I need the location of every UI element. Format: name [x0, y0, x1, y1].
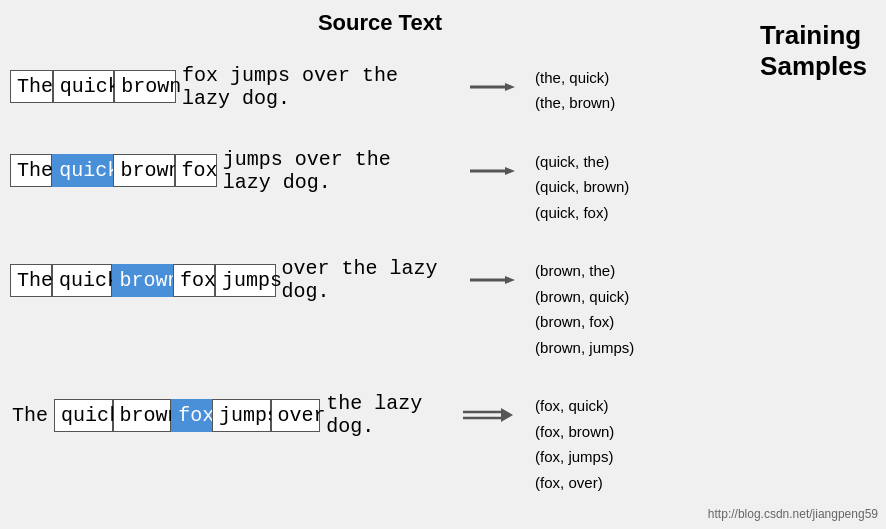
row-2: Thequickbrownfoxjumps over the lazy dog.…: [10, 144, 750, 226]
training-title: Training Samples: [760, 20, 876, 82]
row4-samples: (fox, quick) (fox, brown) (fox, jumps) (…: [530, 388, 750, 495]
row-4: Thequickbrownfoxjumpsoverthe lazy dog. (…: [10, 388, 750, 495]
sample-item: (fox, brown): [535, 419, 750, 445]
row1-samples: (the, quick) (the, brown): [530, 60, 750, 116]
word-box-highlight: fox: [171, 399, 212, 432]
word-box: jumps: [212, 399, 271, 432]
arrow-svg: [470, 165, 515, 177]
arrow-single-2: [470, 165, 515, 177]
row1-left: Thequickbrownfox jumps over the lazy dog…: [10, 60, 530, 114]
svg-marker-1: [505, 83, 515, 91]
word-box-highlight: brown: [112, 264, 173, 297]
row-1: Thequickbrownfox jumps over the lazy dog…: [10, 60, 750, 116]
sample-item: (quick, fox): [535, 200, 750, 226]
word-box: The: [10, 154, 52, 187]
row-3: Thequickbrownfoxjumpsover the lazy dog. …: [10, 253, 750, 360]
plain-word: the lazy dog.: [320, 388, 448, 442]
arrow-svg: [470, 274, 515, 286]
row4-left: Thequickbrownfoxjumpsoverthe lazy dog.: [10, 388, 530, 442]
sample-item: (the, quick): [535, 65, 750, 91]
svg-marker-5: [505, 276, 515, 284]
row1-sentence: Thequickbrownfox jumps over the lazy dog…: [10, 60, 455, 114]
arrow-single-1: [470, 81, 515, 93]
row3-sentence: Thequickbrownfoxjumpsover the lazy dog.: [10, 253, 455, 307]
row2-sentence: Thequickbrownfoxjumps over the lazy dog.: [10, 144, 455, 198]
left-panel: Source Text Thequickbrownfox jumps over …: [0, 10, 760, 519]
word-box: quick: [54, 399, 113, 432]
plain-word: jumps over the lazy dog.: [217, 144, 455, 198]
sample-item: (quick, brown): [535, 174, 750, 200]
sample-item: (brown, the): [535, 258, 750, 284]
word-box: jumps: [215, 264, 276, 297]
sample-item: (fox, jumps): [535, 444, 750, 470]
svg-marker-3: [505, 167, 515, 175]
plain-word: over the lazy dog.: [276, 253, 456, 307]
sample-item: (brown, quick): [535, 284, 750, 310]
word-box: fox: [175, 154, 217, 187]
word-box-highlight: quick: [52, 154, 113, 187]
sample-item: (fox, over): [535, 470, 750, 496]
word-box: The: [10, 70, 53, 103]
word-box: quick: [52, 264, 113, 297]
watermark: http://blog.csdn.net/jiangpeng59: [708, 507, 878, 521]
sample-item: (brown, fox): [535, 309, 750, 335]
row3-samples: (brown, the) (brown, quick) (brown, fox)…: [530, 253, 750, 360]
word-box: The: [10, 264, 52, 297]
svg-marker-8: [501, 408, 513, 422]
right-panel: Training Samples: [760, 10, 886, 519]
rows-area: Thequickbrownfox jumps over the lazy dog…: [10, 46, 750, 519]
arrow-double-4: [463, 407, 515, 423]
word-box: brown: [114, 70, 176, 103]
row4-sentence: Thequickbrownfoxjumpsoverthe lazy dog.: [10, 388, 448, 442]
plain-word: fox jumps over the lazy dog.: [176, 60, 455, 114]
arrow-svg: [470, 81, 515, 93]
word-box: quick: [53, 70, 115, 103]
row2-left: Thequickbrownfoxjumps over the lazy dog.: [10, 144, 530, 198]
arrow-double-svg: [463, 407, 515, 423]
sample-item: (the, brown): [535, 90, 750, 116]
arrow-single-3: [470, 274, 515, 286]
sample-item: (brown, jumps): [535, 335, 750, 361]
row2-samples: (quick, the) (quick, brown) (quick, fox): [530, 144, 750, 226]
source-title: Source Text: [10, 10, 750, 36]
word-box: fox: [173, 264, 215, 297]
plain-word: The: [10, 400, 54, 431]
word-box: brown: [113, 154, 174, 187]
row3-left: Thequickbrownfoxjumpsover the lazy dog.: [10, 253, 530, 307]
sample-item: (quick, the): [535, 149, 750, 175]
main-container: Source Text Thequickbrownfox jumps over …: [0, 0, 886, 529]
word-box: over: [271, 399, 321, 432]
sample-item: (fox, quick): [535, 393, 750, 419]
word-box: brown: [113, 399, 172, 432]
